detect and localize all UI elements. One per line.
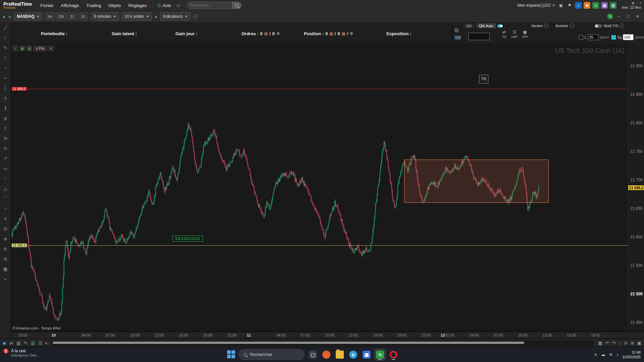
menu-fichier[interactable]: Fichier — [37, 3, 57, 8]
close-button[interactable]: ✕ — [634, 13, 641, 20]
wave-tool[interactable]: ~ — [2, 206, 8, 212]
orderbook-icon[interactable]: ▤ — [454, 27, 461, 33]
news-widget[interactable]: 1 À la une Volodymyr Zele... — [3, 349, 40, 357]
units-dropdown[interactable]: 10 k unités — [122, 12, 152, 20]
pencil-tool[interactable]: ✎ — [2, 45, 8, 51]
volume-icon[interactable]: ♪ — [616, 352, 619, 357]
firefox-icon[interactable] — [321, 349, 332, 360]
orders-settings-icon[interactable]: ⚙ — [276, 32, 280, 36]
multi-ts-info-icon[interactable]: i — [620, 23, 624, 28]
flag-icon[interactable]: ⚑ — [566, 2, 573, 9]
close-corner-icon[interactable]: ✕ — [639, 1, 642, 5]
collapse-chevron[interactable]: « — [45, 341, 47, 346]
menu-reglages[interactable]: Réglages — [125, 3, 151, 8]
position-settings-icon[interactable]: ⚙ — [350, 32, 353, 36]
pitchfork-tool[interactable]: ψ — [2, 115, 8, 121]
undo-icon[interactable]: ↶ — [605, 341, 609, 346]
system-clock[interactable]: 11:49 12/02/2025 — [622, 350, 641, 359]
fibonacci-fan-tool[interactable]: % — [2, 135, 8, 141]
order-type-stp[interactable]: ▣ STP — [520, 29, 530, 39]
timeframe-dropdown[interactable]: 5 minutes — [91, 12, 119, 20]
capture-icon[interactable]: ▣ — [632, 1, 635, 5]
prorealtime-icon[interactable]: ∿ — [374, 349, 386, 360]
text-tool[interactable]: A — [2, 145, 8, 152]
app-blue-icon[interactable]: ▦ — [361, 349, 372, 360]
measure-tool[interactable]: # — [2, 216, 8, 222]
edge-icon[interactable]: e — [347, 349, 359, 360]
horizontal-segment-tool[interactable]: ‒ — [2, 65, 8, 71]
auto-fit-icon[interactable]: ↕ — [619, 341, 621, 346]
qty-auto-toggle[interactable] — [497, 24, 503, 27]
parallel-channel-tool[interactable]: ∥ — [2, 105, 8, 111]
tab-qty[interactable]: Qté — [463, 23, 475, 29]
weather-icon[interactable]: ☁ — [601, 352, 605, 357]
print-icon[interactable]: ▤ — [16, 341, 20, 346]
arrow-tool[interactable]: ↗ — [2, 156, 8, 162]
indicators-dropdown[interactable]: Indicateurs — [160, 12, 191, 20]
text-annotation[interactable]: SSSSSSSSS — [172, 236, 203, 242]
arc-tool[interactable]: ⌒ — [2, 196, 8, 202]
trailing-stop-checkbox[interactable] — [611, 35, 616, 40]
price-chip[interactable]: ▮Prix — [34, 46, 47, 51]
menu-affichage[interactable]: Affichage — [57, 3, 83, 8]
opera-icon[interactable] — [388, 349, 399, 360]
sell-info-icon[interactable]: i — [544, 23, 549, 28]
redo-icon[interactable]: ↷ — [612, 341, 615, 346]
stop-loss-checkbox[interactable] — [579, 35, 583, 40]
trailing-stop-input[interactable] — [623, 34, 634, 40]
ray-tool[interactable]: ⁄ — [2, 35, 8, 41]
triangle-tool[interactable]: △ — [2, 186, 8, 192]
edit-icon[interactable]: ✎ — [24, 341, 28, 346]
workspace-selector[interactable]: Mon espace(1)222 — [517, 3, 555, 8]
preset-1m[interactable]: 1m — [45, 13, 55, 20]
network-icon[interactable]: ≋ — [609, 352, 613, 357]
position-list-icon[interactable]: ▤ — [329, 32, 333, 36]
red-horizontal-line[interactable] — [11, 89, 628, 89]
export-icon[interactable]: ☰ — [38, 341, 42, 346]
add-view-icon[interactable]: + — [12, 46, 18, 51]
maximize-button[interactable]: □ — [625, 13, 632, 20]
apps-icon[interactable]: ▦ — [601, 2, 608, 9]
sync-icon[interactable]: ↻ — [607, 13, 613, 19]
start-button[interactable] — [227, 350, 236, 359]
preset-3j[interactable]: 3J — [78, 13, 88, 20]
keyboard-icon[interactable]: ⌨ — [454, 35, 461, 40]
horizontal-line-tool[interactable]: ─ — [2, 75, 8, 81]
taskbar-search[interactable]: Rechercher — [239, 349, 305, 360]
search-input[interactable] — [187, 3, 232, 8]
time-axis[interactable]: 19:001004:0007:0010:0013:0016:0019:0022:… — [11, 331, 644, 339]
tr-annotation-box[interactable]: TR — [479, 75, 488, 83]
collapse-tools[interactable]: « — [2, 276, 8, 282]
symbol-dropdown[interactable]: NASDAQ — [14, 12, 42, 20]
position-detail-icon[interactable]: ▤ — [342, 32, 345, 36]
drawn-rectangle-zone[interactable] — [404, 160, 549, 203]
trendline-tool[interactable]: ╱ — [2, 25, 8, 31]
zoom-out-icon[interactable]: ⊖ — [624, 341, 628, 346]
user-icon[interactable]: ☺ — [592, 2, 599, 9]
tab-qty-auto[interactable]: Qté Auto — [476, 23, 496, 29]
fullscreen-icon[interactable]: ▣ — [637, 341, 641, 346]
rectangle-tool[interactable]: ▭ — [2, 166, 8, 172]
add-indicator-icon[interactable]: ▦ — [19, 46, 25, 51]
grid-tool[interactable]: ▦ — [2, 266, 8, 272]
eraser-tool[interactable]: ⊘ — [2, 246, 8, 252]
preset-12h[interactable]: 12h — [56, 13, 66, 20]
users-icon[interactable]: ☻ — [584, 2, 590, 9]
style-icon[interactable]: ▤ — [26, 46, 32, 51]
stop-loss-input[interactable] — [588, 34, 599, 40]
order-type-to[interactable]: ⇄ TO — [499, 29, 509, 39]
zoom-tool[interactable]: ⊕ — [2, 236, 8, 242]
file-explorer-icon[interactable] — [334, 349, 345, 360]
multi-ts-toggle[interactable] — [595, 24, 602, 28]
yellow-horizontal-line[interactable] — [11, 245, 628, 246]
preset-2j[interactable]: 2J — [67, 13, 77, 20]
minimize-button[interactable]: – — [615, 13, 623, 20]
menu-trading[interactable]: Trading — [83, 3, 105, 8]
chart-list-icon[interactable]: ▥ — [31, 341, 35, 346]
price-axis[interactable]: 21 686,2 21 90021 85021 80021 75021 7002… — [628, 44, 644, 331]
display-icon[interactable]: ▣ — [557, 2, 564, 9]
hidden-icons-chevron[interactable]: ∧ — [594, 352, 597, 357]
ellipse-tool[interactable]: ○ — [2, 176, 8, 182]
vertical-line-tool[interactable]: │ — [2, 85, 8, 91]
orders-list-icon[interactable]: ▤ — [264, 32, 268, 36]
